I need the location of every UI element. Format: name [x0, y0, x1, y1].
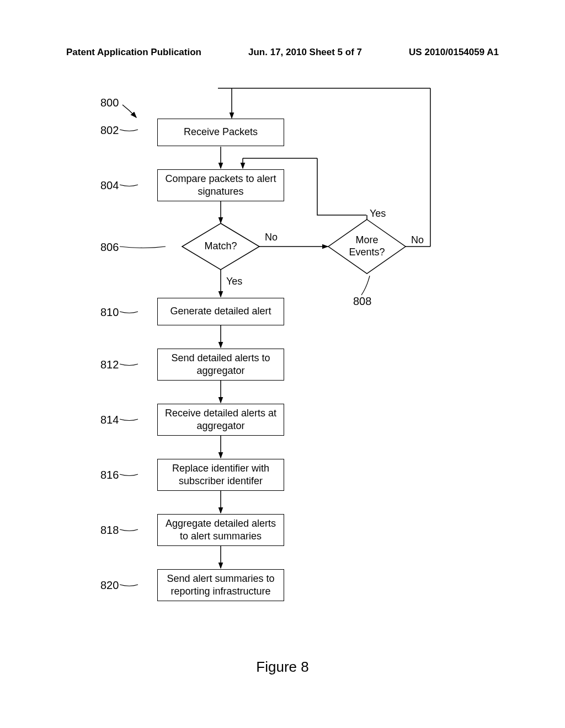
- ref-820: 820: [100, 579, 119, 592]
- label-yes-1: Yes: [226, 276, 242, 287]
- ref-802: 802: [100, 124, 119, 137]
- diamond-match: Match?: [201, 240, 240, 252]
- label-no-1: No: [265, 232, 278, 243]
- label-yes-2: Yes: [370, 208, 386, 220]
- box-receive-aggregator: Receive detailed alerts at aggregator: [157, 404, 284, 436]
- ref-816: 816: [100, 469, 119, 481]
- diamond-more-events: More Events?: [345, 234, 389, 258]
- header-right: US 2010/0154059 A1: [409, 47, 499, 58]
- box-label: Replace identifier with subscriber ident…: [162, 462, 279, 488]
- box-label: Aggregate detailed alerts to alert summa…: [162, 517, 279, 543]
- box-aggregate-alerts: Aggregate detailed alerts to alert summa…: [157, 514, 284, 546]
- box-send-summaries: Send alert summaries to reporting infras…: [157, 569, 284, 601]
- label-no-2: No: [411, 234, 424, 246]
- box-send-aggregator: Send detailed alerts to aggregator: [157, 349, 284, 381]
- ref-806: 806: [100, 241, 119, 254]
- box-receive-packets: Receive Packets: [157, 119, 284, 146]
- flowchart-diagram: Receive Packets Compare packets to alert…: [0, 77, 565, 656]
- diamond-label: More Events?: [349, 234, 385, 258]
- box-label: Receive detailed alerts at aggregator: [162, 407, 279, 433]
- diamond-label: Match?: [204, 240, 237, 251]
- ref-800: 800: [100, 97, 119, 109]
- header-left: Patent Application Publication: [66, 47, 201, 58]
- page-header: Patent Application Publication Jun. 17, …: [0, 47, 565, 58]
- box-label: Send alert summaries to reporting infras…: [162, 572, 279, 598]
- header-center: Jun. 17, 2010 Sheet 5 of 7: [248, 47, 362, 58]
- figure-caption: Figure 8: [0, 659, 565, 676]
- box-label: Receive Packets: [184, 126, 258, 138]
- ref-808: 808: [353, 295, 371, 308]
- box-generate-alert: Generate detailed alert: [157, 298, 284, 325]
- box-replace-identifier: Replace identifier with subscriber ident…: [157, 459, 284, 491]
- box-label: Compare packets to alert signatures: [162, 173, 279, 199]
- ref-810: 810: [100, 306, 119, 319]
- ref-804: 804: [100, 179, 119, 192]
- ref-812: 812: [100, 358, 119, 371]
- ref-818: 818: [100, 524, 119, 537]
- ref-814: 814: [100, 414, 119, 426]
- box-compare-packets: Compare packets to alert signatures: [157, 169, 284, 201]
- box-label: Send detailed alerts to aggregator: [162, 352, 279, 378]
- box-label: Generate detailed alert: [170, 305, 271, 318]
